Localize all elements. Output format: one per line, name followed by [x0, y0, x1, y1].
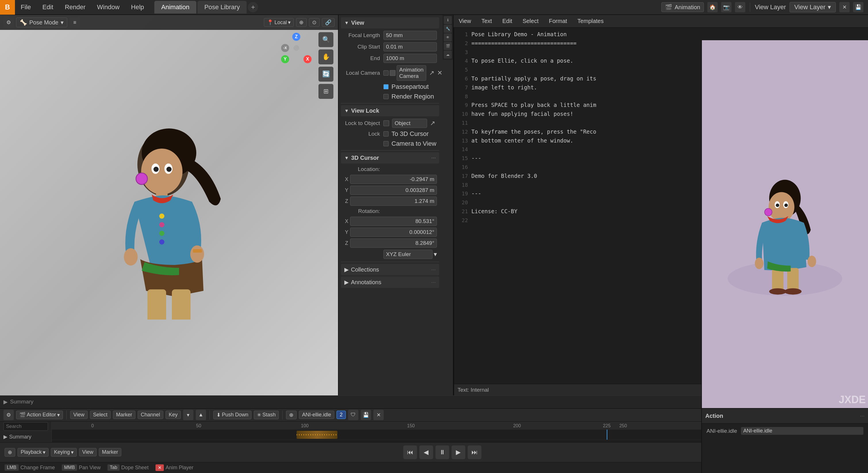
- text-menu-text[interactable]: Text: [476, 15, 497, 28]
- zoom-icon[interactable]: 🔍: [318, 32, 333, 47]
- menu-render[interactable]: Render: [59, 0, 91, 15]
- next-frame-btn[interactable]: ▶: [452, 445, 465, 459]
- view-layer-button[interactable]: View Layer ▾: [789, 2, 836, 12]
- action-close-icon[interactable]: ✕: [373, 410, 384, 420]
- tab-pose-library[interactable]: Pose Library: [197, 1, 247, 13]
- render-icon[interactable]: 📷: [721, 2, 732, 12]
- marker-btn-playback[interactable]: Marker: [99, 448, 121, 456]
- action-name-btn[interactable]: ANI-ellie.idle: [299, 411, 334, 419]
- rptab-cloud[interactable]: ☁: [444, 51, 452, 59]
- local-camera-checkbox[interactable]: [383, 70, 389, 75]
- scene-icon[interactable]: 🏠: [707, 2, 718, 12]
- stash-btn[interactable]: ✳ Stash: [254, 411, 279, 419]
- action-num-badge[interactable]: 2: [337, 411, 346, 419]
- origin-selector[interactable]: ⊕: [296, 18, 307, 27]
- top-right-area: 🎬 Animation 🏠 📷 👁 View Layer View Layer …: [661, 2, 868, 12]
- engine-selector[interactable]: 🎬 Animation: [661, 2, 704, 12]
- nla-menu-icon[interactable]: ⚙: [3, 410, 14, 420]
- hand-icon[interactable]: ✋: [318, 50, 333, 64]
- action-name-value[interactable]: ANI-ellie.idle: [741, 427, 863, 435]
- camera-close-icon[interactable]: ✕: [437, 69, 442, 77]
- rptab-view[interactable]: 👁: [444, 33, 452, 41]
- playback-btn[interactable]: Playback ▾: [18, 448, 49, 456]
- lock-object-value[interactable]: Object: [392, 119, 427, 128]
- playhead[interactable]: [607, 430, 607, 440]
- cursor-rx-value[interactable]: 80.531°: [350, 217, 437, 226]
- collections-header[interactable]: ▶ Collections ⋯: [341, 264, 439, 275]
- source-selector[interactable]: ⊕: [5, 448, 15, 456]
- text-menu-format[interactable]: Format: [544, 15, 572, 28]
- search-input[interactable]: [3, 422, 48, 431]
- view-lock-header[interactable]: ▼ View Lock: [341, 105, 439, 116]
- cursor-z-value[interactable]: 1.274 m: [350, 196, 437, 206]
- lock-object-link-icon[interactable]: ↗: [428, 120, 437, 127]
- passepartout-checkbox[interactable]: [383, 84, 389, 89]
- menu-window[interactable]: Window: [91, 0, 125, 15]
- options-icon[interactable]: ≡: [69, 17, 80, 28]
- render-region-checkbox[interactable]: [383, 94, 389, 99]
- summary-expand-btn[interactable]: ▶: [3, 434, 7, 440]
- cursor-section-header[interactable]: ▼ 3D Cursor ⋯: [341, 152, 439, 163]
- channel-menu-btn[interactable]: Channel: [138, 411, 163, 419]
- action-fake-user-icon[interactable]: 🛡: [348, 410, 359, 420]
- render-region-row: Render Region: [341, 92, 439, 101]
- action-editor-btn[interactable]: 🎬 Action Editor ▾: [16, 411, 63, 419]
- keying-btn[interactable]: Keying ▾: [51, 448, 77, 456]
- cursor-rz-value[interactable]: 8.2849°: [350, 239, 437, 248]
- viewport-menu-icon[interactable]: ⚙: [3, 17, 14, 28]
- play-pause-btn[interactable]: ⏸: [435, 445, 449, 459]
- push-down-btn[interactable]: ⬇ Push Down: [213, 411, 251, 419]
- view-section-header[interactable]: ▼ View: [341, 17, 439, 28]
- menu-edit[interactable]: Edit: [36, 0, 59, 15]
- push-down-icon: ⬇: [216, 412, 221, 418]
- camera-link-icon[interactable]: ↗: [427, 69, 436, 77]
- cursor-x-value[interactable]: -0.2947 m: [350, 175, 437, 184]
- lock-checkbox[interactable]: [383, 131, 389, 136]
- camera-to-view-checkbox[interactable]: [383, 141, 389, 146]
- jump-start-btn[interactable]: ⏮: [403, 445, 417, 459]
- text-menu-edit[interactable]: Edit: [497, 15, 517, 28]
- view-btn-playback[interactable]: View: [79, 448, 97, 456]
- local-camera-name[interactable]: Animation Camera: [397, 65, 426, 81]
- rotate-icon[interactable]: 🔄: [318, 67, 333, 82]
- view3d-icon[interactable]: 👁: [735, 2, 745, 12]
- snap-btn[interactable]: 🔗: [322, 18, 335, 27]
- annotations-header[interactable]: ▶ Annotations ⋯: [341, 277, 439, 288]
- rptab-item[interactable]: ℹ: [444, 16, 452, 24]
- view-menu-btn[interactable]: View: [70, 411, 88, 419]
- close-icon[interactable]: ✕: [839, 2, 849, 12]
- focal-length-value[interactable]: 50 mm: [383, 31, 437, 40]
- key-menu-btn[interactable]: Key: [165, 411, 181, 419]
- euler-selector[interactable]: XYZ Euler ▾: [383, 250, 437, 259]
- text-menu-templates[interactable]: Templates: [572, 15, 609, 28]
- prev-frame-btn[interactable]: ◀: [419, 445, 433, 459]
- nla-track-summary[interactable]: ▶ Summary: [0, 432, 52, 442]
- save-icon[interactable]: 💾: [853, 2, 863, 12]
- add-workspace-button[interactable]: +: [248, 2, 258, 12]
- pan-view-hint: MMB Pan View: [62, 464, 101, 471]
- menu-file[interactable]: File: [15, 0, 36, 15]
- summary-expand-icon[interactable]: ▶: [3, 399, 8, 405]
- euler-value[interactable]: XYZ Euler: [383, 250, 433, 259]
- text-menu-select[interactable]: Select: [517, 15, 544, 28]
- mode-selector[interactable]: 🦴 Pose Mode ▾: [16, 18, 67, 27]
- jump-end-btn[interactable]: ⏭: [468, 445, 482, 459]
- cursor-ry-value[interactable]: 0.000012°: [350, 228, 437, 237]
- text-menu-view[interactable]: View: [454, 15, 476, 28]
- action-save-icon[interactable]: 💾: [361, 410, 371, 420]
- clip-end-value[interactable]: 1000 m: [383, 54, 437, 63]
- rptab-tool[interactable]: 🔧: [444, 25, 452, 33]
- local-selector[interactable]: 📍 Local ▾: [264, 18, 294, 27]
- menu-help[interactable]: Help: [125, 0, 150, 15]
- cursor-y-value[interactable]: 0.003287 m: [350, 186, 437, 195]
- filter-down-icon[interactable]: ▾: [183, 410, 193, 420]
- rptab-animation[interactable]: 🎬: [444, 42, 452, 50]
- clip-start-value[interactable]: 0.01 m: [383, 42, 437, 52]
- select-menu-btn[interactable]: Select: [90, 411, 111, 419]
- browse-action-btn[interactable]: ⊕: [286, 411, 297, 419]
- sort-up-icon[interactable]: ▲: [196, 410, 206, 420]
- marker-menu-btn[interactable]: Marker: [113, 411, 135, 419]
- proportional-btn[interactable]: ⊙: [309, 18, 320, 27]
- grid-icon[interactable]: ⊞: [318, 84, 333, 99]
- tab-animation[interactable]: Animation: [154, 1, 196, 13]
